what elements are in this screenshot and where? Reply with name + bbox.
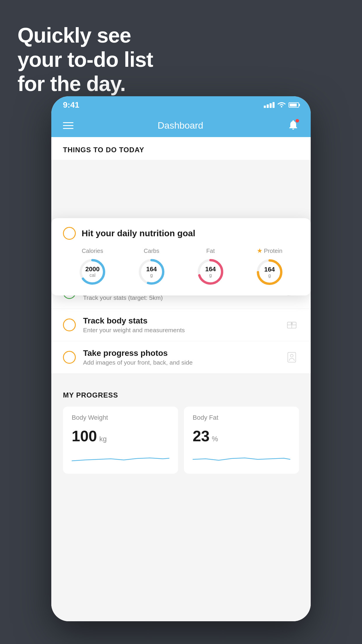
body-weight-value: 100 [72,427,97,445]
protein-label: Protein [264,248,282,254]
progress-cards: Body Weight 100 kg Body Fat 23 % [63,407,299,474]
body-fat-value-row: 23 % [193,427,290,445]
battery-icon [289,102,299,108]
body-stats-check-circle [63,318,76,331]
photos-desc: Add images of your front, back, and side [83,359,284,366]
status-bar: 9:41 [51,96,311,114]
body-fat-title: Body Fat [193,414,290,421]
fat-circle: 164 g [196,257,225,286]
scale-icon [284,318,299,332]
person-icon [284,350,299,365]
signal-bars-icon [264,102,275,108]
headline-line3: for the day. [17,72,153,96]
fat-value: 164 [205,265,216,272]
body-stats-name: Track body stats [83,316,284,326]
todo-item-progress-photos[interactable]: Take progress photos Add images of your … [51,341,311,374]
photos-text: Take progress photos Add images of your … [83,349,284,366]
todo-section-title: THINGS TO DO TODAY [63,146,299,160]
nutrition-card-title: Hit your daily nutrition goal [82,228,195,238]
body-weight-title: Body Weight [72,414,169,421]
nutrition-fat: Fat 164 g [196,248,225,286]
protein-value: 164 [264,266,275,273]
star-icon: ★ [257,247,263,255]
hamburger-menu-button[interactable] [63,122,73,129]
nutrition-check-circle[interactable] [63,227,76,240]
fat-label: Fat [206,248,215,254]
body-weight-card[interactable]: Body Weight 100 kg [63,407,178,474]
body-fat-chart [193,451,290,465]
todo-section: THINGS TO DO TODAY [51,137,311,160]
progress-section: MY PROGRESS Body Weight 100 kg Body Fat [51,379,311,482]
header-title: Dashboard [158,120,203,131]
body-fat-card[interactable]: Body Fat 23 % [184,407,299,474]
headline: Quickly see your to-do list for the day. [17,23,153,96]
protein-circle: 164 g [255,258,284,287]
todo-item-body-stats[interactable]: Track body stats Enter your weight and m… [51,309,311,341]
body-weight-value-row: 100 kg [72,427,169,445]
body-stats-desc: Enter your weight and measurements [83,327,284,334]
carbs-label: Carbs [144,248,159,254]
notification-dot [296,119,299,123]
carbs-circle: 164 g [137,257,166,286]
phone-frame: 9:41 Dashboard [51,96,311,621]
content-area: THINGS TO DO TODAY Hit your daily nutrit… [51,137,311,621]
headline-line1: Quickly see [17,23,153,48]
body-stats-text: Track body stats Enter your weight and m… [83,316,284,334]
status-icons [264,101,299,109]
carbs-unit: g [150,273,153,278]
nutrition-protein: ★ Protein 164 g [255,247,284,287]
nutrition-row: Calories 2000 cal [63,247,299,287]
app-header: Dashboard [51,114,311,137]
wifi-icon [277,101,286,109]
calories-circle: 2000 cal [78,257,107,286]
nutrition-carbs: Carbs 164 g [137,248,166,286]
protein-unit: g [268,273,271,278]
svg-point-13 [290,354,293,357]
photos-name: Take progress photos [83,349,284,358]
body-weight-unit: kg [99,435,107,443]
nutrition-calories: Calories 2000 cal [78,248,107,286]
headline-line2: your to-do list [17,48,153,72]
nutrition-card-header: Hit your daily nutrition goal [63,227,299,240]
calories-label: Calories [82,248,103,254]
notification-bell-button[interactable] [287,119,299,132]
progress-title: MY PROGRESS [63,391,299,399]
photos-check-circle [63,351,76,364]
nutrition-card: Hit your daily nutrition goal Calories [51,218,311,295]
calories-value: 2000 [85,265,100,272]
body-fat-unit: % [212,435,218,443]
calories-unit: cal [89,273,95,278]
carbs-value: 164 [146,265,157,272]
status-time: 9:41 [63,100,79,110]
body-weight-chart [72,451,169,465]
body-fat-value: 23 [193,427,210,445]
fat-unit: g [209,273,212,278]
